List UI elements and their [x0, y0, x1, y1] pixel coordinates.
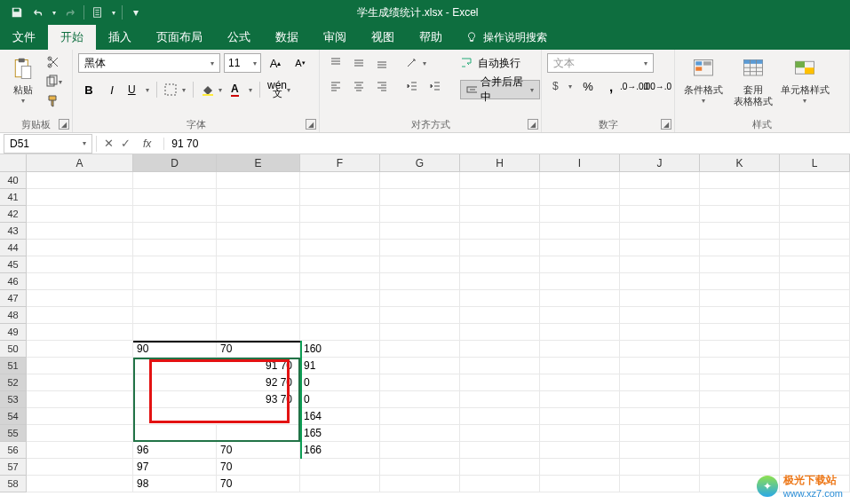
cell-L53[interactable] [780, 391, 850, 408]
row-header-44[interactable]: 44 [0, 240, 27, 256]
cell-D50[interactable]: 90 [133, 341, 217, 358]
cell-E57[interactable]: 70 [217, 459, 300, 476]
cell-D49[interactable] [133, 324, 217, 341]
cell-K44[interactable] [700, 240, 780, 256]
cell-E40[interactable] [217, 172, 300, 189]
cell-J58[interactable] [620, 476, 700, 492]
cell-D56[interactable]: 96 [133, 442, 217, 459]
cell-K47[interactable] [700, 290, 780, 307]
cell-F51[interactable]: 91 [300, 358, 380, 374]
font-launcher[interactable]: ◢ [306, 119, 316, 130]
italic-button[interactable]: I [101, 80, 123, 99]
align-right-button[interactable] [371, 76, 393, 96]
cell-H46[interactable] [460, 273, 540, 290]
name-box[interactable]: D51▾ [4, 134, 92, 154]
column-header-D[interactable]: D [133, 154, 217, 172]
cell-G50[interactable] [380, 341, 460, 358]
cell-E43[interactable] [217, 223, 300, 240]
cell-H50[interactable] [460, 341, 540, 358]
row-header-42[interactable]: 42 [0, 206, 27, 223]
tab-home[interactable]: 开始 [48, 25, 96, 50]
decrease-font-button[interactable]: A▾ [290, 53, 311, 73]
align-middle-button[interactable] [348, 53, 369, 73]
tab-review[interactable]: 审阅 [311, 25, 359, 50]
orientation-button[interactable]: ▾ [401, 53, 430, 73]
align-left-button[interactable] [325, 76, 346, 96]
row-header-49[interactable]: 49 [0, 324, 27, 341]
cell-L56[interactable] [780, 442, 850, 459]
cell-F54[interactable]: 164 [300, 408, 380, 425]
cell-J46[interactable] [620, 273, 700, 290]
cell-D46[interactable] [133, 273, 217, 290]
cell-K53[interactable] [700, 391, 780, 408]
cell-G47[interactable] [380, 290, 460, 307]
font-color-button[interactable]: A▾ [227, 80, 256, 99]
bold-button[interactable]: B [78, 80, 99, 99]
number-launcher[interactable]: ◢ [661, 119, 671, 130]
accounting-button[interactable]: $▾ [547, 76, 576, 96]
cell-A41[interactable] [27, 189, 133, 206]
cell-L40[interactable] [780, 172, 850, 189]
cell-E41[interactable] [217, 189, 300, 206]
cell-F45[interactable] [300, 256, 380, 273]
cell-J53[interactable] [620, 391, 700, 408]
cell-K55[interactable] [700, 425, 780, 442]
row-header-50[interactable]: 50 [0, 341, 27, 358]
cell-A44[interactable] [27, 240, 133, 256]
align-center-button[interactable] [348, 76, 369, 96]
cell-H54[interactable] [460, 408, 540, 425]
tab-file[interactable]: 文件 [0, 25, 48, 50]
cell-G51[interactable] [380, 358, 460, 374]
cell-G41[interactable] [380, 189, 460, 206]
cancel-edit-button[interactable]: ✕ [104, 137, 114, 150]
cell-I58[interactable] [540, 476, 620, 492]
cell-I49[interactable] [540, 324, 620, 341]
merge-center-button[interactable]: 合并后居中 ▾ [460, 80, 540, 99]
cell-H41[interactable] [460, 189, 540, 206]
cell-L55[interactable] [780, 425, 850, 442]
cell-F41[interactable] [300, 189, 380, 206]
cell-J55[interactable] [620, 425, 700, 442]
cell-L42[interactable] [780, 206, 850, 223]
column-header-G[interactable]: G [380, 154, 460, 172]
column-header-I[interactable]: I [540, 154, 620, 172]
column-header-H[interactable]: H [460, 154, 540, 172]
row-header-40[interactable]: 40 [0, 172, 27, 189]
cell-I50[interactable] [540, 341, 620, 358]
cell-I54[interactable] [540, 408, 620, 425]
cell-J47[interactable] [620, 290, 700, 307]
cell-G48[interactable] [380, 307, 460, 324]
cell-A46[interactable] [27, 273, 133, 290]
align-top-button[interactable] [325, 53, 346, 73]
cell-L51[interactable] [780, 358, 850, 374]
cell-E56[interactable]: 70 [217, 442, 300, 459]
cell-G40[interactable] [380, 172, 460, 189]
cell-K56[interactable] [700, 442, 780, 459]
row-header-48[interactable]: 48 [0, 307, 27, 324]
cell-L47[interactable] [780, 290, 850, 307]
alignment-launcher[interactable]: ◢ [528, 119, 538, 130]
cell-E51[interactable] [217, 358, 300, 374]
border-button[interactable]: ▾ [161, 80, 189, 99]
undo-dropdown-icon[interactable]: ▾ [50, 3, 59, 22]
row-header-47[interactable]: 47 [0, 290, 27, 307]
cell-F42[interactable] [300, 206, 380, 223]
row-header-56[interactable]: 56 [0, 442, 27, 459]
cell-F49[interactable] [300, 324, 380, 341]
cell-J42[interactable] [620, 206, 700, 223]
cell-I45[interactable] [540, 256, 620, 273]
cell-J48[interactable] [620, 307, 700, 324]
cell-J51[interactable] [620, 358, 700, 374]
cell-A55[interactable] [27, 425, 133, 442]
cell-A49[interactable] [27, 324, 133, 341]
cell-H42[interactable] [460, 206, 540, 223]
cell-F58[interactable] [300, 476, 380, 492]
cell-D47[interactable] [133, 290, 217, 307]
cell-G52[interactable] [380, 374, 460, 391]
align-bottom-button[interactable] [371, 53, 393, 73]
spreadsheet-grid[interactable]: ADEFGHIJKL 40414243444546474849505152535… [0, 154, 850, 504]
font-size-combo[interactable]: 11▾ [224, 53, 261, 73]
cell-I57[interactable] [540, 459, 620, 476]
cell-E52[interactable] [217, 374, 300, 391]
row-headers[interactable]: 40414243444546474849505152535455565758 [0, 172, 27, 492]
